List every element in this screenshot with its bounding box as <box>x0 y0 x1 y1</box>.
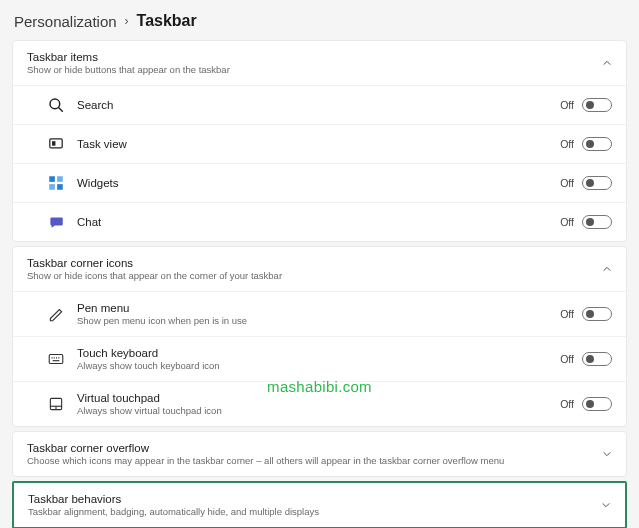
touch-keyboard-toggle[interactable] <box>582 352 612 366</box>
corner-overflow-panel: Taskbar corner overflow Choose which ico… <box>12 431 627 477</box>
svg-rect-2 <box>50 139 62 148</box>
svg-rect-6 <box>49 184 55 190</box>
corner-icons-panel: Taskbar corner icons Show or hide icons … <box>12 246 627 427</box>
row-label: Widgets <box>77 177 560 189</box>
toggle-state: Off <box>560 216 574 228</box>
svg-rect-3 <box>52 141 55 146</box>
widgets-icon <box>47 174 65 192</box>
row-task-view: Task view Off <box>13 124 626 163</box>
taskbar-items-header[interactable]: Taskbar items Show or hide buttons that … <box>13 41 626 85</box>
taskbar-behaviors-header[interactable]: Taskbar behaviors Taskbar alignment, bad… <box>14 483 625 527</box>
task-view-icon <box>47 135 65 153</box>
toggle-state: Off <box>560 99 574 111</box>
row-label: Search <box>77 99 560 111</box>
chevron-right-icon: › <box>125 14 129 28</box>
chevron-down-icon <box>601 500 611 510</box>
section-title: Taskbar items <box>27 51 602 63</box>
toggle-state: Off <box>560 138 574 150</box>
row-label: Pen menu <box>77 302 560 314</box>
chevron-up-icon <box>602 58 612 68</box>
search-icon <box>47 96 65 114</box>
chevron-up-icon <box>602 264 612 274</box>
taskbar-items-panel: Taskbar items Show or hide buttons that … <box>12 40 627 242</box>
row-search: Search Off <box>13 85 626 124</box>
section-subtitle: Choose which icons may appear in the tas… <box>27 455 602 466</box>
search-toggle[interactable] <box>582 98 612 112</box>
task-view-toggle[interactable] <box>582 137 612 151</box>
chat-icon <box>47 213 65 231</box>
row-label: Task view <box>77 138 560 150</box>
section-subtitle: Show or hide icons that appear on the co… <box>27 270 602 281</box>
row-pen-menu: Pen menu Show pen menu icon when pen is … <box>13 291 626 336</box>
touchpad-icon <box>47 395 65 413</box>
page-title: Taskbar <box>137 12 197 30</box>
corner-overflow-header[interactable]: Taskbar corner overflow Choose which ico… <box>13 432 626 476</box>
svg-rect-8 <box>49 355 63 364</box>
row-sublabel: Always show touch keyboard icon <box>77 360 560 371</box>
toggle-state: Off <box>560 353 574 365</box>
pen-menu-toggle[interactable] <box>582 307 612 321</box>
chat-toggle[interactable] <box>582 215 612 229</box>
svg-rect-5 <box>57 176 63 182</box>
corner-icons-header[interactable]: Taskbar corner icons Show or hide icons … <box>13 247 626 291</box>
svg-rect-4 <box>49 176 55 182</box>
toggle-state: Off <box>560 308 574 320</box>
section-title: Taskbar behaviors <box>28 493 601 505</box>
row-label: Chat <box>77 216 560 228</box>
pen-icon <box>47 305 65 323</box>
chevron-down-icon <box>602 449 612 459</box>
row-touch-keyboard: Touch keyboard Always show touch keyboar… <box>13 336 626 381</box>
svg-rect-7 <box>57 184 63 190</box>
breadcrumb-parent[interactable]: Personalization <box>14 13 117 30</box>
section-subtitle: Taskbar alignment, badging, automaticall… <box>28 506 601 517</box>
section-title: Taskbar corner icons <box>27 257 602 269</box>
svg-point-0 <box>50 99 60 109</box>
virtual-touchpad-toggle[interactable] <box>582 397 612 411</box>
section-subtitle: Show or hide buttons that appear on the … <box>27 64 602 75</box>
widgets-toggle[interactable] <box>582 176 612 190</box>
row-chat: Chat Off <box>13 202 626 241</box>
row-sublabel: Always show virtual touchpad icon <box>77 405 560 416</box>
toggle-state: Off <box>560 398 574 410</box>
taskbar-behaviors-panel: Taskbar behaviors Taskbar alignment, bad… <box>12 481 627 528</box>
keyboard-icon <box>47 350 65 368</box>
toggle-state: Off <box>560 177 574 189</box>
section-title: Taskbar corner overflow <box>27 442 602 454</box>
row-label: Virtual touchpad <box>77 392 560 404</box>
row-widgets: Widgets Off <box>13 163 626 202</box>
row-virtual-touchpad: Virtual touchpad Always show virtual tou… <box>13 381 626 426</box>
svg-line-1 <box>59 108 63 112</box>
breadcrumb: Personalization › Taskbar <box>0 0 639 40</box>
row-label: Touch keyboard <box>77 347 560 359</box>
row-sublabel: Show pen menu icon when pen is in use <box>77 315 560 326</box>
